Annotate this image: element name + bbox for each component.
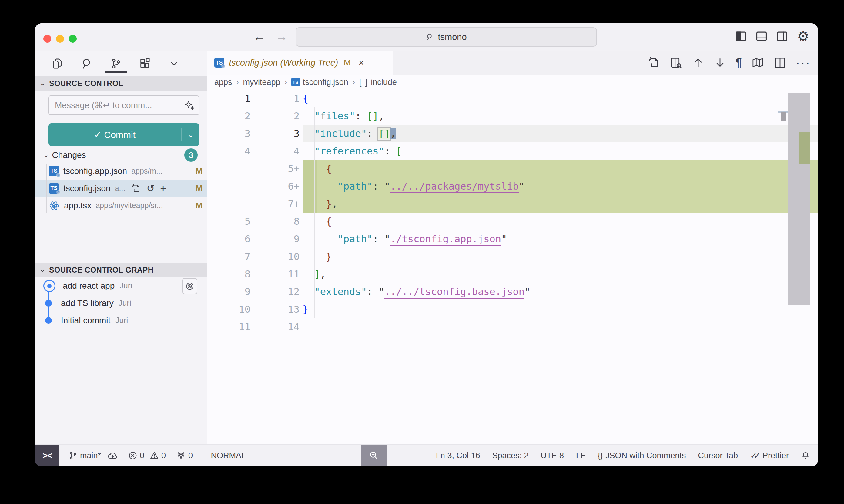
code-line[interactable]: 5+ { (207, 160, 818, 178)
new-line-number: 12 (257, 283, 303, 301)
close-tab-icon[interactable]: × (359, 57, 364, 68)
breadcrumb-item[interactable]: TStsconfig.json (291, 77, 348, 87)
code-line[interactable]: 33 "include": [], (207, 125, 818, 142)
search-view-icon[interactable] (80, 55, 94, 73)
scm-file-row[interactable]: app.tsxapps/myviteapp/sr...M (35, 197, 207, 214)
new-line-number: 2 (257, 107, 303, 125)
code-line-content: } (303, 248, 818, 265)
scm-file-row[interactable]: TS⚙tsconfig.app.jsonapps/m...M (35, 162, 207, 180)
sidebar: ⌄ SOURCE CONTROL ✓ Commit ⌄ ⌄ Change (35, 51, 207, 444)
split-editor-icon[interactable] (774, 57, 786, 69)
new-line-number: 9 (257, 230, 303, 248)
code-line-content: { (303, 213, 818, 230)
double-check-icon: ✓✓ (750, 451, 757, 461)
remote-indicator[interactable]: >< (35, 445, 59, 466)
toggle-panel-icon[interactable] (756, 31, 767, 41)
chevron-down-icon: ⌄ (44, 152, 49, 158)
cursor-position-item[interactable]: Ln 3, Col 16 (436, 451, 480, 461)
navigate-back-icon[interactable]: ← (253, 30, 265, 43)
code-line[interactable]: 912 "extends": "../../tsconfig.base.json… (207, 283, 818, 301)
more-views-chevron-icon[interactable] (167, 55, 181, 73)
tab-tsconfig-working-tree[interactable]: TS⚙ tsconfig.json (Working Tree) M × (207, 51, 393, 74)
goto-commit-icon (185, 282, 195, 291)
commit-button[interactable]: ✓ Commit ⌄ (48, 123, 200, 146)
cursor-tab-item[interactable]: Cursor Tab (698, 451, 738, 461)
settings-gear-icon[interactable]: ⚙ (797, 30, 809, 43)
extensions-view-icon[interactable] (138, 55, 152, 73)
code-line[interactable]: 7+ }, (207, 195, 818, 213)
minimap-icon[interactable] (752, 57, 764, 69)
changes-section-header[interactable]: ⌄ Changes 3 (35, 148, 207, 162)
breadcrumb-label: apps (214, 77, 232, 87)
typescript-icon: TS⚙ (214, 58, 224, 68)
stage-changes-icon[interactable]: + (160, 182, 166, 194)
next-change-icon[interactable] (714, 57, 726, 69)
previous-change-icon[interactable] (692, 57, 704, 69)
code-line[interactable]: 44 "references": [ (207, 142, 818, 160)
close-window-button[interactable] (44, 35, 51, 43)
encoding-item[interactable]: UTF-8 (541, 451, 564, 461)
compare-editor-icon[interactable] (670, 57, 683, 69)
indentation-item[interactable]: Spaces: 2 (492, 451, 529, 461)
source-control-view-icon[interactable] (109, 55, 123, 73)
commit-message: Initial commit (61, 316, 110, 325)
code-line[interactable]: 11{ (207, 90, 818, 107)
code-line[interactable]: 811 ], (207, 265, 818, 283)
more-actions-icon[interactable]: ··· (796, 56, 811, 70)
screencast-zoom-indicator[interactable] (361, 445, 386, 466)
minimize-window-button[interactable] (56, 35, 64, 43)
formatter-item[interactable]: ✓✓Prettier (750, 451, 789, 461)
open-file-icon[interactable] (131, 183, 141, 193)
scm-file-row[interactable]: TS⚙tsconfig.jsona...↺+M (35, 180, 207, 197)
breadcrumb-item[interactable]: [ ]include (359, 77, 397, 87)
notifications-bell-icon[interactable] (801, 451, 810, 460)
ports-status-item[interactable]: 0 (176, 451, 193, 461)
code-line[interactable]: 1114 (207, 318, 818, 336)
toggle-secondary-sidebar-icon[interactable] (776, 31, 788, 41)
commit-message-input[interactable] (48, 95, 200, 115)
open-changes-icon[interactable] (648, 57, 660, 69)
code-line[interactable]: 69 "path": "./tsconfig.app.json" (207, 230, 818, 248)
file-name: app.tsx (64, 201, 91, 211)
code-line-content: } (303, 301, 818, 318)
navigate-forward-icon[interactable]: → (276, 30, 288, 43)
commit-row[interactable]: add TS libraryJuri (35, 294, 207, 312)
problems-status-item[interactable]: 0 0 (128, 451, 166, 461)
new-line-number: 3 (257, 125, 303, 142)
commit-row[interactable]: add react appJuri (35, 277, 207, 294)
vim-mode-indicator[interactable]: -- NORMAL -- (203, 451, 253, 461)
generate-commit-message-sparkle-icon[interactable] (184, 100, 195, 112)
breadcrumb-item[interactable]: myviteapp (243, 77, 280, 87)
language-mode-item[interactable]: {}JSON with Comments (598, 451, 686, 461)
toggle-primary-sidebar-icon[interactable] (735, 31, 747, 41)
new-line-number: 13 (257, 301, 303, 318)
code-editor[interactable]: 11{22 "files": [],33 "include": [],44 "r… (207, 90, 818, 444)
react-icon (49, 200, 60, 211)
commit-row[interactable]: Initial commitJuri (35, 312, 207, 329)
code-line[interactable]: 58 { (207, 213, 818, 230)
breadcrumb-label: myviteapp (243, 77, 280, 87)
source-control-graph-header[interactable]: ⌄ SOURCE CONTROL GRAPH (35, 263, 207, 277)
old-line-number: 2 (207, 107, 257, 125)
zoom-window-button[interactable] (69, 35, 77, 43)
discard-changes-icon[interactable]: ↺ (147, 183, 155, 194)
source-control-section-header[interactable]: ⌄ SOURCE CONTROL (35, 76, 207, 91)
eol-item[interactable]: LF (576, 451, 586, 461)
commit-dropdown-chevron-icon[interactable]: ⌄ (182, 130, 200, 139)
code-line[interactable]: 710 } (207, 248, 818, 265)
code-line[interactable]: 22 "files": [], (207, 107, 818, 125)
goto-commit-button[interactable] (182, 278, 197, 294)
breadcrumb-item[interactable]: apps (214, 77, 232, 87)
tab-modified-badge: M (344, 58, 350, 68)
code-line[interactable]: 1013} (207, 301, 818, 318)
modified-badge: M (195, 183, 203, 193)
check-icon: ✓ (94, 130, 102, 140)
code-line[interactable]: 6+ "path": "../../packages/mytslib" (207, 178, 818, 195)
render-whitespace-pilcrow-icon[interactable]: ¶ (736, 56, 742, 69)
search-value: tsmono (438, 32, 467, 42)
explorer-icon[interactable] (51, 55, 65, 73)
modified-badge: M (195, 201, 203, 211)
command-center-search[interactable]: tsmono (296, 27, 597, 47)
vertical-scrollbar-thumb[interactable] (788, 93, 810, 305)
branch-status-item[interactable]: main* (69, 451, 118, 461)
